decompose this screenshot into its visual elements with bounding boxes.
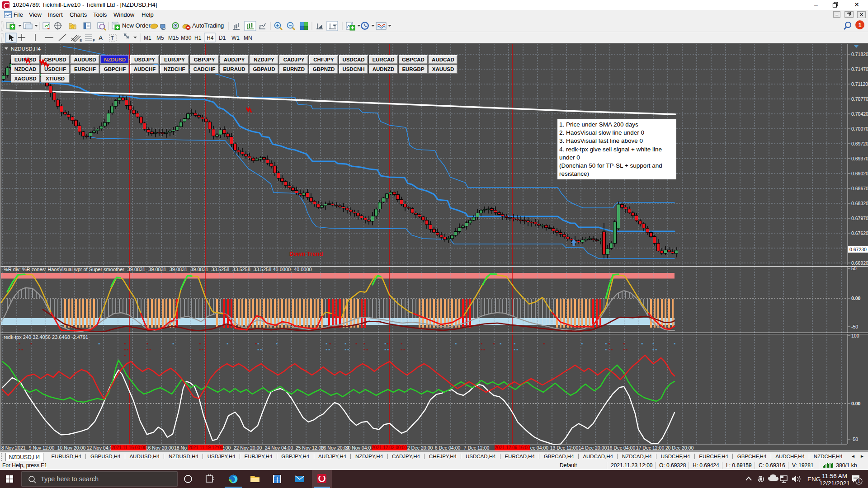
svg-text:M1: M1 — [144, 35, 151, 41]
svg-text:2021.12.02 00:00: 2021.12.02 00:00 — [372, 445, 407, 450]
svg-text:12 Nov 04:0: 12 Nov 04:0 — [87, 445, 113, 450]
svg-text:17 Dec 12:00: 17 Dec 12:00 — [636, 445, 665, 450]
svg-text:0.69720: 0.69720 — [851, 141, 868, 146]
svg-text:2021.11.16 00:00: 2021.11.16 00:00 — [111, 445, 146, 450]
svg-text:M5: M5 — [156, 35, 164, 41]
svg-text:13 Dec 12:00: 13 Dec 12:00 — [550, 445, 579, 450]
svg-text:0.67620: 0.67620 — [851, 230, 868, 236]
svg-text:18 No: 18 No — [174, 445, 187, 450]
svg-text:M15: M15 — [168, 35, 179, 41]
svg-text:Type here to search: Type here to search — [41, 475, 99, 483]
svg-text:24 Nov 04:00: 24 Nov 04:00 — [265, 445, 293, 450]
svg-text:1: 1 — [858, 22, 861, 28]
svg-text:E: E — [80, 38, 82, 42]
svg-text:0.70770: 0.70770 — [851, 96, 868, 102]
svg-text:11:56 AM: 11:56 AM — [822, 473, 847, 479]
svg-text:H1: H1 — [194, 35, 202, 41]
svg-text:10 Nov 20:00: 10 Nov 20:00 — [57, 445, 86, 450]
svg-text:T: T — [111, 35, 114, 41]
svg-text:H4: H4 — [207, 35, 214, 41]
svg-text:-50: -50 — [851, 324, 858, 329]
svg-text:-50: -50 — [851, 436, 858, 442]
svg-text:Down Trend: Down Trend — [289, 250, 323, 257]
svg-text:22 Nov 20:00: 22 Nov 20:00 — [234, 445, 262, 450]
svg-text:25 Nov 12:00: 25 Nov 12:00 — [296, 445, 324, 450]
svg-text:16 Dec 04:00: 16 Dec 04:00 — [607, 445, 636, 450]
svg-text:ENG: ENG — [807, 476, 821, 483]
svg-text:0.71120: 0.71120 — [851, 81, 868, 87]
svg-text:2021.12.09 16:00: 2021.12.09 16:00 — [495, 445, 530, 450]
svg-text:ec 04:00: ec 04:00 — [530, 445, 548, 450]
svg-text:6 Dec 04:00: 6 Dec 04:00 — [435, 445, 461, 450]
svg-text:0.00: 0.00 — [851, 296, 861, 301]
svg-text:AutoTrading: AutoTrading — [192, 22, 224, 29]
svg-text:30 Nov 04:0: 30 Nov 04:0 — [345, 445, 371, 450]
svg-text:A: A — [99, 34, 103, 42]
svg-text:D1: D1 — [219, 35, 226, 41]
svg-text:New Order: New Order — [122, 22, 151, 29]
svg-text:20 Dec 20:00: 20 Dec 20:00 — [665, 445, 694, 450]
svg-text:2021.11.19 12:00: 2021.11.19 12:00 — [188, 445, 223, 450]
svg-text:7 Dec 12:00: 7 Dec 12:00 — [464, 445, 490, 450]
svg-text:12/21/2021: 12/21/2021 — [819, 480, 850, 487]
svg-text:%R div: %R zones: HaosVisual: %R div: %R zones: HaosVisual wpr of Supe… — [4, 267, 312, 272]
svg-text:0.70420: 0.70420 — [851, 111, 868, 117]
svg-text:14 Dec 20:00: 14 Dec 20:00 — [579, 445, 607, 450]
svg-text:0.68320: 0.68320 — [851, 201, 868, 206]
svg-text:M30: M30 — [181, 35, 192, 41]
svg-text:0.69370: 0.69370 — [851, 156, 868, 161]
svg-text:0.70070: 0.70070 — [851, 126, 868, 131]
svg-text:0.71470: 0.71470 — [851, 66, 868, 72]
svg-text:1: 1 — [858, 479, 860, 484]
svg-text:2 Dec 20:00: 2 Dec 20:00 — [407, 445, 433, 450]
svg-text:0.69020: 0.69020 — [851, 171, 868, 176]
svg-text:9 Nov 12:00: 9 Nov 12:00 — [29, 445, 55, 450]
svg-text:0.67970: 0.67970 — [851, 216, 868, 221]
svg-text:0.68670: 0.68670 — [851, 186, 868, 191]
svg-text:0.71820: 0.71820 — [851, 52, 868, 57]
svg-text:8 Nov 2021: 8 Nov 2021 — [1, 445, 26, 450]
svg-text:redk-tpx 240 32.4056 23.6468 -: redk-tpx 240 32.4056 23.6468 -2.4791 — [4, 334, 88, 340]
svg-text:0.00: 0.00 — [851, 401, 861, 406]
svg-text:16 Nov 20:00: 16 Nov 20:00 — [146, 445, 174, 450]
svg-text:0.67230: 0.67230 — [849, 247, 867, 252]
svg-text:W1: W1 — [231, 35, 240, 41]
svg-text:F: F — [93, 38, 95, 42]
svg-text:MN: MN — [244, 35, 252, 41]
